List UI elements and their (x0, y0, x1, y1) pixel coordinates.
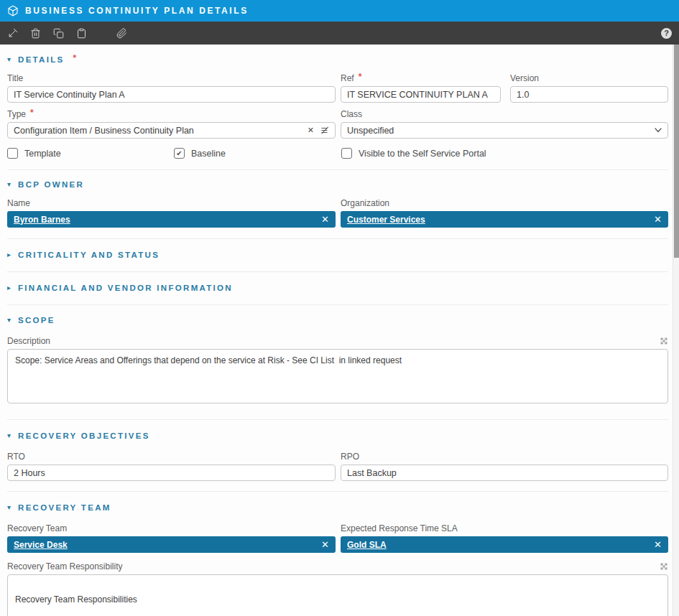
version-input[interactable] (510, 86, 668, 103)
section-title-details: DETAILS (18, 55, 64, 64)
divider (7, 491, 668, 492)
pin-icon[interactable] (7, 28, 18, 39)
cube-icon (7, 5, 19, 17)
required-asterisk: * (30, 108, 34, 118)
section-header-criticality[interactable]: ▸ CRITICALITY AND STATUS (7, 251, 668, 259)
toolbar: ? (0, 22, 679, 45)
chevron-right-icon[interactable]: ▸ (7, 284, 11, 291)
trash-icon[interactable] (30, 28, 41, 39)
help-icon[interactable]: ? (661, 28, 672, 39)
rpo-label: RPO (341, 452, 668, 462)
type-field[interactable]: Configuration Item / Business Continuity… (7, 122, 336, 139)
section-header-scope[interactable]: ▾ SCOPE (7, 316, 668, 325)
clear-icon[interactable]: ✕ (654, 540, 662, 549)
required-asterisk: * (359, 72, 362, 82)
owner-name-link[interactable]: Byron Barnes (14, 215, 315, 225)
title-label: Title (7, 73, 336, 83)
section-header-bcp-owner[interactable]: ▾ BCP OWNER (7, 180, 668, 189)
section-title-bcp-owner: BCP OWNER (18, 180, 84, 189)
responsibility-label: Recovery Team Responsibility (7, 561, 123, 571)
rto-input[interactable] (7, 465, 336, 481)
owner-name-lookup[interactable]: Byron Barnes ✕ (7, 211, 336, 228)
form-body: ▾ DETAILS * Title Ref* Version Type* Co (0, 45, 673, 616)
section-title-financial: FINANCIAL AND VENDOR INFORMATION (18, 284, 233, 292)
title-bar: BUSINESS CONTINUITY PLAN DETAILS (0, 0, 679, 22)
responsibility-textarea[interactable]: Recovery Team Responsibilities (7, 574, 668, 616)
divider (7, 238, 668, 239)
template-checkbox-item[interactable]: Template (7, 148, 174, 159)
page-title: BUSINESS CONTINUITY PLAN DETAILS (25, 6, 249, 16)
clear-icon[interactable]: ✕ (654, 215, 662, 224)
rpo-input[interactable] (341, 465, 668, 481)
divider (7, 304, 668, 305)
rto-label: RTO (7, 452, 336, 462)
section-header-recovery-team[interactable]: ▾ RECOVERY TEAM (7, 503, 668, 512)
class-label: Class (341, 109, 668, 119)
ssp-visible-checkbox[interactable] (341, 148, 352, 159)
scrollbar-thumb[interactable] (674, 45, 679, 258)
bcp-details-window: BUSINESS CONTINUITY PLAN DETAILS (0, 0, 679, 616)
section-title-scope: SCOPE (18, 316, 55, 325)
copy-icon[interactable] (53, 28, 64, 39)
baseline-checkbox[interactable] (174, 148, 185, 159)
organization-label: Organization (341, 198, 668, 208)
response-sla-link[interactable]: Gold SLA (347, 540, 648, 550)
ssp-visible-checkbox-item[interactable]: Visible to the Self Service Portal (341, 148, 486, 159)
template-checkbox[interactable] (7, 148, 18, 159)
response-sla-lookup[interactable]: Gold SLA ✕ (341, 536, 668, 553)
version-label: Version (510, 73, 668, 83)
section-title-recovery-objectives: RECOVERY OBJECTIVES (18, 431, 150, 440)
expand-icon[interactable] (660, 562, 668, 571)
chevron-down-icon[interactable]: ▾ (7, 56, 11, 63)
response-sla-label: Expected Response Time SLA (341, 523, 668, 533)
section-header-recovery-objectives[interactable]: ▾ RECOVERY OBJECTIVES (7, 431, 668, 440)
clipboard-icon[interactable] (76, 28, 87, 39)
organization-link[interactable]: Customer Services (347, 215, 648, 225)
section-title-criticality: CRITICALITY AND STATUS (18, 251, 160, 259)
recovery-team-lookup[interactable]: Service Desk ✕ (7, 536, 336, 553)
section-header-details[interactable]: ▾ DETAILS * (7, 55, 668, 65)
clear-icon[interactable]: ✕ (321, 540, 329, 549)
type-label: Type* (7, 109, 336, 119)
browse-list-icon[interactable] (320, 126, 329, 135)
divider (7, 169, 668, 170)
recovery-team-link[interactable]: Service Desk (14, 540, 315, 550)
expand-icon[interactable] (660, 337, 668, 345)
class-select[interactable]: Unspecified (341, 122, 668, 139)
chevron-down-icon[interactable]: ▾ (7, 181, 11, 188)
divider (7, 271, 668, 272)
required-asterisk: * (73, 53, 76, 63)
paperclip-icon[interactable] (116, 28, 127, 39)
clear-icon[interactable]: ✕ (308, 126, 314, 134)
clear-icon[interactable]: ✕ (321, 215, 329, 224)
ref-input[interactable] (341, 86, 501, 103)
chevron-down-icon[interactable]: ▾ (7, 504, 11, 511)
organization-lookup[interactable]: Customer Services ✕ (341, 211, 668, 228)
description-label: Description (7, 336, 50, 346)
baseline-checkbox-item[interactable]: Baseline (174, 148, 341, 159)
section-header-financial[interactable]: ▸ FINANCIAL AND VENDOR INFORMATION (7, 284, 668, 292)
chevron-down-icon[interactable]: ▾ (7, 317, 11, 324)
chevron-down-icon[interactable]: ▾ (7, 432, 11, 439)
chevron-right-icon[interactable]: ▸ (7, 251, 11, 258)
ref-label: Ref* (341, 73, 501, 83)
recovery-team-label: Recovery Team (7, 523, 336, 533)
chevron-down-icon (655, 128, 662, 133)
section-title-recovery-team: RECOVERY TEAM (18, 503, 111, 512)
vertical-scrollbar[interactable] (673, 45, 679, 616)
name-label: Name (7, 198, 336, 208)
divider (7, 419, 668, 420)
description-textarea[interactable]: Scope: Service Areas and Offerings that … (7, 349, 668, 403)
title-input[interactable] (7, 86, 336, 103)
